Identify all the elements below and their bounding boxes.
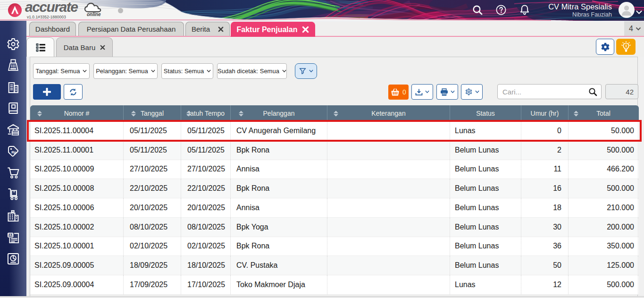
svg-text:TAX: TAX — [8, 233, 14, 237]
svg-text:Rp: Rp — [11, 150, 16, 154]
